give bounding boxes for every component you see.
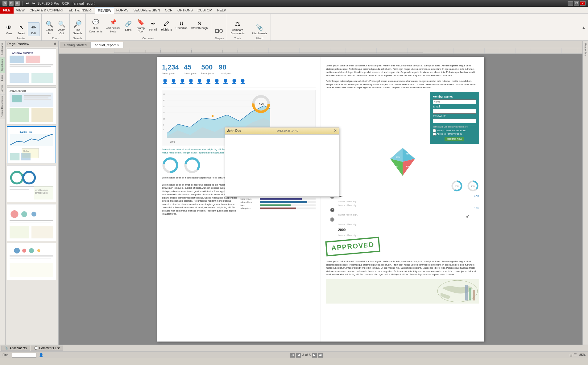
ribbon-btn-links[interactable]: 🔗 Links [122,19,134,32]
page-thumb-5[interactable] [7,204,56,241]
doc-right-column: Lorem ipsum dolor sit amet, consectetur … [321,57,484,342]
properties-tab[interactable]: Properties [583,42,588,57]
annotation-body[interactable] [225,135,339,196]
menu-review[interactable]: REVIEW [95,7,114,14]
sidebar-tab-signatures[interactable]: Signatures [0,57,5,73]
svg-text:John Doe: John Doe [23,150,29,152]
menu-options[interactable]: OPTIONS [175,7,195,14]
nav-first-btn[interactable]: ⏮ [290,353,295,358]
page-thumb-4[interactable]: bar,ribbon,sign bar,ribbon,sign [7,165,56,202]
menu-secure[interactable]: SECURE & SIGN [131,7,162,14]
ribbon-btn-sticker[interactable]: 📌 Add StickerNote [105,17,122,34]
svg-text:|: | [160,50,161,52]
menu-edit[interactable]: EDIT & INSERT [66,7,95,14]
sidebar-tab-links[interactable]: Links [0,73,5,83]
stat-98: 98 Lorem ipsum [219,63,231,75]
ribbon-collapse-icon[interactable]: ▲ [582,25,586,30]
menu-custom[interactable]: CUSTOM [195,7,215,14]
ribbon-btn-edit[interactable]: ✏ Edit [28,22,39,36]
sidebar-tab-bookmarks[interactable]: Bookmarks [0,41,5,57]
page-preview-panel: Page Preview ✕ ANNUAL REPORT [6,41,59,345]
shapes-icon [215,27,223,35]
page-thumb-6[interactable] [7,243,56,280]
ribbon-btn-shapes[interactable] [213,26,225,36]
checkbox-privacy: Agree to Privacy Policy [433,132,476,136]
page-separator: of [305,353,308,357]
doc-scroll-area[interactable]: 1,234 Lorem ipsum 45 Lorem ipsum 500 Lor… [59,54,582,345]
ribbon-btn-zoom-out[interactable]: 🔍 ZoomOut [56,19,68,36]
menu-create[interactable]: CREATE & CONVERT [27,7,66,14]
annotation-author: John Doe [227,129,241,133]
annotation-close-btn[interactable]: ✕ [334,128,337,133]
comments-tab-icon: 💬 [34,346,38,350]
nav-last-btn[interactable]: ⏭ [318,353,323,358]
nav-prev-btn[interactable]: ◀ [296,353,301,358]
doc-area: Getting Started annual_report ✕ | | | | … [59,41,582,345]
ribbon-btn-compare[interactable]: ⚖ CompareDocuments [229,19,246,36]
redo-icon[interactable]: ↪ [31,1,36,6]
approved-stamp: APPROVED [325,237,380,257]
stat-num-1234: 1,234 [162,63,179,72]
svg-rect-48 [10,255,53,256]
undo-icon[interactable]: ↩ [25,1,30,6]
minimize-button[interactable]: _ [568,1,573,6]
strikethrough-icon: S [198,21,201,27]
page-thumb-2[interactable]: ANNUAL REPORT [7,87,56,124]
find-label: Find: [2,353,9,357]
accept-checkbox[interactable] [433,129,436,132]
find-input[interactable] [12,353,36,358]
ribbon-btn-pencil[interactable]: ✒ Pencil [147,19,159,32]
page-thumb-3[interactable]: 1,234 45 John Doe [7,126,56,163]
register-button[interactable]: Register Now [445,137,464,141]
member-name-input[interactable] [433,99,476,104]
ribbon-group-label-attach: Attach [255,37,263,40]
annotation-popup[interactable]: John Doe 2012.10.25 14:40 ✕ [225,127,339,197]
ribbon-btn-stamp[interactable]: 🔖 StampTool [135,17,147,34]
ribbon-btn-highlight[interactable]: 🖊 Highlight [159,19,173,32]
timeline-dot-3 [330,217,334,222]
password-input[interactable] [433,119,476,123]
privacy-checkbox[interactable] [433,132,436,136]
ribbon-btn-zoom-in[interactable]: 🔍 ZoomIn [43,19,55,36]
email-input[interactable] [433,109,476,114]
ribbon-btn-hide-comments[interactable]: 💬 HideComments [88,17,104,34]
zoom-in-icon: 🔍 [45,20,54,28]
bottom-tab-comments[interactable]: 💬 Comments List [31,346,63,351]
ribbon-btn-underline[interactable]: U Underline [174,20,189,31]
restore-button[interactable]: ❐ [574,1,579,6]
ribbon-btn-strike[interactable]: S Strike­through [190,20,209,31]
ribbon-group-shapes: Shapes [211,14,227,40]
sidebar-tab-layers[interactable]: Layers [0,83,5,94]
page-thumb-1[interactable]: ANNUAL REPORT [7,48,56,86]
menu-forms[interactable]: FORMS [114,7,131,14]
svg-rect-49 [10,258,51,258]
menu-ocr[interactable]: OCR [163,7,175,14]
ribbon-group-label-modes: Modes [17,37,25,40]
find-user-icon: 👤 [39,353,43,357]
page-panel-close[interactable]: ✕ [53,42,56,46]
member-form: Member Name: Email: Password: Terms and … [430,92,479,144]
menu-help[interactable]: HELP [215,7,229,14]
ribbon-group-modes: 👁 View ↖ Select ✏ Edit Modes [1,14,42,40]
file-menu-button[interactable]: FILE [0,7,14,14]
svg-text:bar,ribbon,sign: bar,ribbon,sign [35,192,48,194]
close-button[interactable]: ✕ [580,1,586,6]
tab-getting-started[interactable]: Getting Started [60,42,91,48]
world-map [326,279,479,304]
svg-rect-75 [212,115,213,117]
sidebar-tab-recent[interactable]: Recent Documents [0,94,5,119]
tab-annual-report[interactable]: annual_report ✕ [91,42,123,48]
tab-close-icon[interactable]: ✕ [117,44,119,47]
nav-next-btn[interactable]: ▶ [312,353,317,358]
svg-rect-31 [10,189,29,190]
menu-view[interactable]: VIEW [14,7,27,14]
right-body-text: Lorem ipsum dolor sit amet, consectetur … [326,64,479,77]
ribbon-btn-select[interactable]: ↖ Select [15,22,27,36]
status-bar: Find: 👤 ⏮ ◀ 3 of 5 ▶ ⏭ ⊞ ☰ 85% [0,351,588,358]
ribbon-btn-find[interactable]: 🔎 FindSearch [72,19,84,36]
svg-rect-7 [10,73,29,83]
select-icon: ↖ [17,23,26,32]
ribbon-btn-attachments[interactable]: 📎 Attachments [250,22,269,36]
ribbon-btn-view[interactable]: 👁 View [3,22,15,36]
bottom-tab-attachments[interactable]: 📎 Attachments [1,346,30,351]
